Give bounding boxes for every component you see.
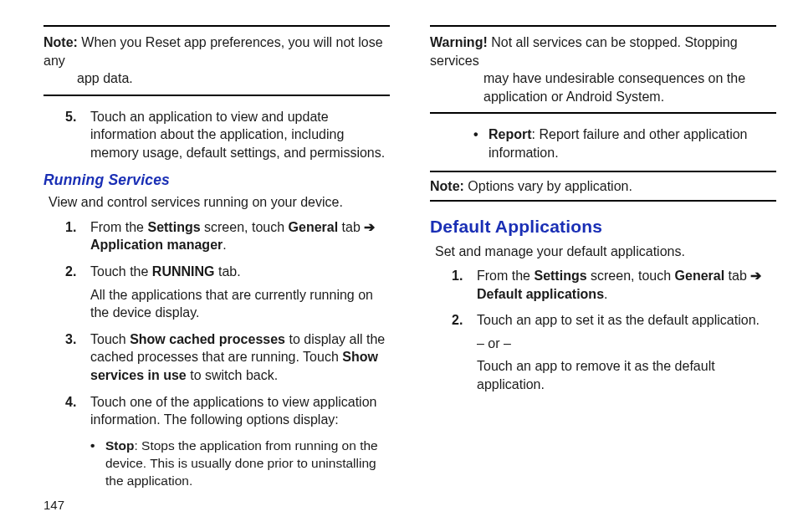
rs1-a: From the (90, 220, 147, 234)
da1-general: General (675, 269, 725, 283)
right-column: Warning! Not all services can be stopped… (430, 25, 776, 496)
step-5-text: Touch an application to view and update … (90, 110, 385, 160)
rs-step-1: From the Settings screen, touch General … (43, 218, 390, 254)
da-step-1: From the Settings screen, touch General … (430, 267, 776, 303)
da2-text: Touch an app to set it as the default ap… (477, 313, 760, 327)
rs3-scp: Show cached processes (130, 332, 285, 346)
bullet-report: Report: Report failure and other applica… (430, 125, 776, 161)
rs-step-2: Touch the RUNNING tab. All the applicati… (43, 263, 390, 322)
da1-settings: Settings (534, 269, 586, 283)
default-apps-intro: Set and manage your default applications… (435, 243, 776, 261)
da1-defapps: Default applications (477, 287, 604, 301)
warn-line2: may have undesirable consequences on the (430, 69, 776, 88)
note-text-1: When you Reset app preferences, you will… (43, 35, 383, 68)
warn-line3: application or Android System. (430, 88, 776, 106)
page-number: 147 (43, 498, 64, 512)
note-text-options: Options vary by application. (464, 179, 632, 193)
warning-label: Warning! (430, 35, 488, 49)
rs-step-4: Touch one of the applications to view ap… (43, 393, 390, 429)
rs3-c: to switch back. (187, 368, 278, 382)
rs1-b: screen, touch (201, 220, 289, 234)
heading-default-applications: Default Applications (430, 215, 776, 238)
rs2-body: All the applications that are currently … (90, 286, 390, 322)
heading-running-services: Running Services (43, 171, 390, 191)
bullet-stop: Stop: Stops the application from running… (43, 437, 390, 490)
da1-period: . (604, 287, 607, 301)
report-label: Report (489, 127, 532, 141)
note-label: Note: (43, 35, 78, 49)
rs1-tab: tab (338, 220, 364, 234)
da1-a: From the (477, 269, 534, 283)
da2-or: – or – (477, 335, 776, 353)
rs2-running: RUNNING (152, 264, 215, 279)
da-step-2: Touch an app to set it as the default ap… (430, 311, 776, 393)
stop-label: Stop (105, 438, 134, 453)
da1-b: screen, touch (587, 269, 675, 283)
rs-step-3: Touch Show cached processes to display a… (43, 330, 390, 385)
left-column: Note: When you Reset app preferences, yo… (43, 25, 390, 496)
stop-text: : Stops the application from running on … (105, 438, 378, 488)
note-label-2: Note: (430, 179, 464, 193)
rs3-a: Touch (90, 332, 130, 346)
rs2-b: tab. (215, 264, 241, 279)
note-options-vary: Note: Options vary by application. (430, 171, 776, 202)
step-5: Touch an application to view and update … (43, 108, 390, 162)
rs1-general: General (289, 220, 339, 234)
arrow-icon: ➔ (364, 220, 375, 234)
rs2-a: Touch the (90, 264, 152, 279)
da1-tab: tab (724, 269, 750, 283)
note-text-2: app data. (43, 69, 390, 88)
da2-alt: Touch an app to remove it as the default… (477, 357, 776, 393)
rs4-text: Touch one of the applications to view ap… (90, 395, 376, 427)
rs1-appmgr: Application manager (90, 238, 223, 252)
rs1-settings: Settings (147, 220, 200, 234)
arrow-icon-2: ➔ (750, 269, 761, 283)
note-reset-preferences: Note: When you Reset app preferences, yo… (43, 25, 390, 96)
running-services-intro: View and control services running on you… (49, 193, 390, 212)
rs1-period: . (223, 238, 226, 252)
warning-box: Warning! Not all services can be stopped… (430, 25, 776, 114)
